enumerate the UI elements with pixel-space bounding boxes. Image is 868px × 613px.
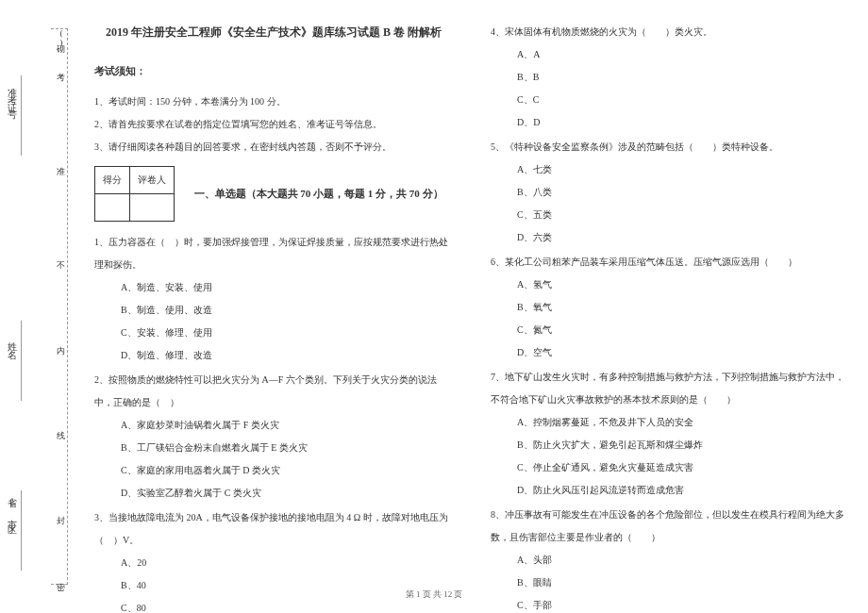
question-option: D、空气 — [517, 341, 849, 364]
score-cell-empty — [95, 193, 130, 221]
notice-item: 3、请仔细阅读各种题目的回答要求，在密封线内答题，否则不予评分。 — [94, 136, 453, 158]
question-option: A、家庭炒菜时油锅着火属于 F 类火灾 — [121, 414, 453, 437]
fill-line-2 — [21, 321, 22, 401]
question-option: C、C — [517, 89, 849, 111]
question-4: 4、宋体固体有机物质燃烧的火灾为（ ）类火灾。 A、A B、B C、C D、D — [491, 21, 849, 134]
right-column: 4、宋体固体有机物质燃烧的火灾为（ ）类火灾。 A、A B、B C、C D、D … — [472, 19, 868, 585]
question-5: 5、《特种设备安全监察条例》涉及的范畴包括（ ）类特种设备。 A、七类 B、八类… — [491, 136, 849, 249]
question-option: C、停止全矿通风，避免火灾蔓延造成灾害 — [517, 456, 849, 479]
section-header-row: 得分 评卷人 一、单选题（本大题共 70 小题，每题 1 分，共 70 分） — [94, 158, 453, 229]
question-option: B、工厂镁铝合金粉末自燃着火属于 E 类火灾 — [121, 437, 453, 459]
question-option: D、实验室乙醇着火属于 C 类火灾 — [121, 482, 453, 505]
question-option: C、氮气 — [517, 319, 849, 341]
question-option: B、眼睛 — [517, 572, 849, 594]
question-option: B、40 — [121, 574, 453, 597]
question-option: C、安装、修理、使用 — [121, 322, 453, 344]
question-option: A、A — [517, 43, 849, 66]
question-7: 7、地下矿山发生火灾时，有多种控制措施与救护方法，下列控制措施与救护方法中，不符… — [491, 366, 849, 502]
left-column: 2019 年注册安全工程师《安全生产技术》题库练习试题 B 卷 附解析 考试须知… — [75, 19, 472, 585]
page: 准考证号 准 姓名 省(市区) 考 不 内 线 封 密 (砌) 2019 年注册… — [0, 0, 868, 585]
fill-line-3 — [21, 490, 22, 571]
question-option: B、八类 — [517, 181, 849, 204]
question-stem: 4、宋体固体有机物质燃烧的火灾为（ ）类火灾。 — [491, 21, 849, 43]
question-option: B、防止火灾扩大，避免引起瓦斯和煤尘爆炸 — [517, 434, 849, 456]
score-table: 得分 评卷人 — [94, 166, 175, 222]
content-area: 2019 年注册安全工程师《安全生产技术》题库练习试题 B 卷 附解析 考试须知… — [75, 19, 868, 585]
question-option: D、六类 — [517, 226, 849, 249]
score-header-score: 得分 — [95, 166, 130, 193]
question-option: D、D — [517, 111, 849, 134]
question-option: D、防止火风压引起风流逆转而造成危害 — [517, 479, 849, 502]
question-2: 2、按照物质的燃烧特性可以把火灾分为 A—F 六个类别。下列关于火灾分类的说法中… — [94, 369, 453, 505]
question-option: A、氢气 — [517, 273, 849, 296]
question-option: B、制造、使用、改造 — [121, 299, 453, 322]
question-stem: 2、按照物质的燃烧特性可以把火灾分为 A—F 六个类别。下列关于火灾分类的说法中… — [94, 369, 453, 414]
question-option: C、五类 — [517, 204, 849, 226]
seal-label-top: (砌) — [55, 28, 67, 47]
question-stem: 5、《特种设备安全监察条例》涉及的范畴包括（ ）类特种设备。 — [491, 136, 849, 158]
question-option: A、20 — [121, 552, 453, 574]
label-name: 姓名 — [5, 335, 18, 350]
notice-list: 1、考试时间：150 分钟，本卷满分为 100 分。 2、请首先按要求在试卷的指… — [94, 91, 453, 158]
question-stem: 1、压力容器在（ ）时，要加强焊接管理，为保证焊接质量，应按规范要求进行热处理和… — [94, 231, 453, 276]
notice-heading: 考试须知： — [94, 59, 453, 83]
question-option: A、控制烟雾蔓延，不危及井下人员的安全 — [517, 411, 849, 434]
question-option: C、家庭的家用电器着火属于 D 类火灾 — [121, 459, 453, 482]
left-margin-area: 准考证号 准 姓名 省(市区) 考 不 内 线 封 密 (砌) — [0, 19, 75, 585]
question-stem: 3、当接地故障电流为 20A，电气设备保护接地的接地电阻为 4 Ω 时，故障对地… — [94, 506, 453, 552]
label-province: 省(市区) — [5, 490, 18, 539]
fill-line-1 — [21, 75, 22, 156]
question-3: 3、当接地故障电流为 20A，电气设备保护接地的接地电阻为 4 Ω 时，故障对地… — [94, 506, 453, 613]
question-option: A、七类 — [517, 158, 849, 181]
question-option: A、制造、安装、使用 — [121, 276, 453, 299]
label-admission-ticket: 准考证号 — [5, 80, 18, 110]
question-8: 8、冲压事故有可能发生在冲压设备的各个危险部位，但以发生在模具行程间为绝大多数，… — [491, 504, 849, 613]
question-stem: 8、冲压事故有可能发生在冲压设备的各个危险部位，但以发生在模具行程间为绝大多数，… — [491, 504, 849, 549]
exam-title: 2019 年注册安全工程师《安全生产技术》题库练习试题 B 卷 附解析 — [94, 19, 453, 46]
question-option: B、B — [517, 66, 849, 89]
question-stem: 6、某化工公司粗苯产品装车采用压缩气体压送。压缩气源应选用（ ） — [491, 251, 849, 273]
fold-line-box — [51, 28, 68, 585]
question-option: A、头部 — [517, 549, 849, 572]
question-option: D、制造、修理、改造 — [121, 344, 453, 367]
question-6: 6、某化工公司粗苯产品装车采用压缩气体压送。压缩气源应选用（ ） A、氢气 B、… — [491, 251, 849, 364]
question-1: 1、压力容器在（ ）时，要加强焊接管理，为保证焊接质量，应按规范要求进行热处理和… — [94, 231, 453, 367]
question-stem: 7、地下矿山发生火灾时，有多种控制措施与救护方法，下列控制措施与救护方法中，不符… — [491, 366, 849, 411]
question-option: C、80 — [121, 597, 453, 613]
question-option: C、手部 — [517, 594, 849, 613]
question-option: B、氧气 — [517, 296, 849, 319]
score-cell-empty — [130, 193, 175, 221]
score-header-grader: 评卷人 — [130, 166, 175, 193]
notice-item: 2、请首先按要求在试卷的指定位置填写您的姓名、准考证号等信息。 — [94, 113, 453, 136]
notice-item: 1、考试时间：150 分钟，本卷满分为 100 分。 — [94, 91, 453, 113]
section-1-title: 一、单选题（本大题共 70 小题，每题 1 分，共 70 分） — [194, 181, 443, 206]
